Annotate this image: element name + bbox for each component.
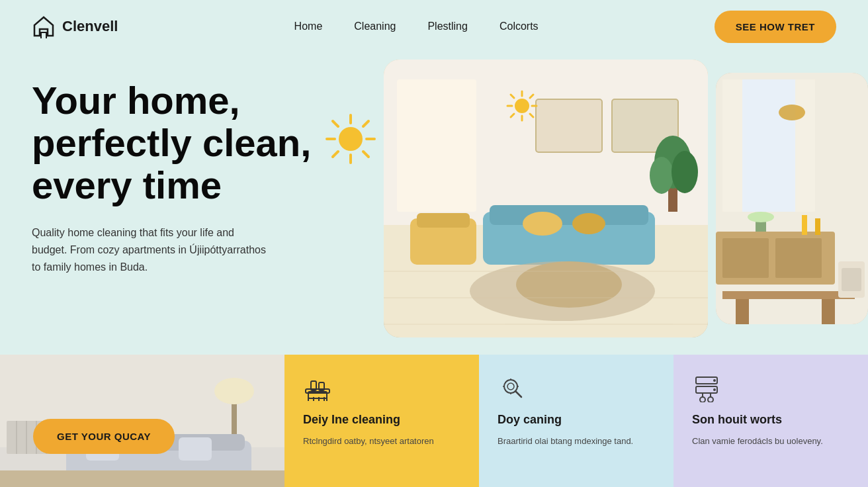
living-room-svg — [384, 60, 708, 337]
card-2-desc: Braartirid olai btang mdexinge tand. — [498, 435, 655, 448]
card-3-desc: Clan vamie ferodácls bu uoleveny. — [692, 435, 849, 448]
svg-line-15 — [530, 114, 533, 117]
svg-rect-20 — [397, 79, 476, 212]
card-2-title: Doy caning — [498, 413, 655, 427]
svg-rect-52 — [822, 299, 835, 324]
see-how-tret-button[interactable]: SEE HOW TRET — [715, 11, 836, 43]
svg-rect-51 — [736, 299, 749, 324]
svg-point-63 — [214, 378, 254, 404]
svg-rect-41 — [795, 79, 815, 212]
svg-line-6 — [363, 152, 369, 157]
svg-point-9 — [515, 99, 529, 113]
svg-line-14 — [511, 95, 514, 98]
navbar: Clenvell Home Cleaning Plestling Colcort… — [0, 0, 868, 53]
svg-rect-46 — [802, 215, 807, 235]
hero-main-image — [384, 60, 708, 337]
svg-line-5 — [333, 121, 338, 126]
svg-line-79 — [515, 391, 521, 397]
svg-line-17 — [511, 114, 514, 117]
svg-point-80 — [507, 383, 514, 390]
svg-rect-47 — [815, 218, 820, 235]
nav-colcorts[interactable]: Colcorts — [499, 21, 539, 32]
nav-links: Home Cleaning Plestling Colcorts — [294, 21, 539, 32]
logo-icon — [32, 15, 56, 38]
service-cards: Deiy Ine cleaning Rtclngdird oatby, ntsy… — [284, 355, 868, 487]
nav-cleaning[interactable]: Cleaning — [354, 21, 396, 32]
hero-subtitle: Quality home cleaning that fits your lif… — [32, 224, 270, 275]
service-card-short-works: Son houit worts Clan vamie ferodácls bu … — [673, 355, 868, 487]
service-card-deep-clean: Deiy Ine cleaning Rtclngdird oatby, ntsy… — [284, 355, 479, 487]
sun-decoration-small — [505, 89, 539, 122]
logo-text: Clenvell — [62, 18, 118, 35]
svg-point-90 — [708, 397, 713, 402]
search-gear-icon — [498, 373, 527, 402]
svg-rect-68 — [0, 470, 284, 487]
svg-line-7 — [363, 121, 369, 126]
svg-rect-26 — [417, 213, 470, 228]
svg-rect-67 — [179, 437, 212, 461]
nav-home[interactable]: Home — [294, 21, 323, 32]
card-1-title: Deiy Ine cleaning — [303, 413, 460, 427]
bottom-section: GET YOUR QUCAY Deiy Ine cleaning Rtclngd… — [0, 355, 868, 487]
card-1-desc: Rtclngdird oatby, ntsyeet artatoren — [303, 435, 460, 448]
svg-point-33 — [672, 151, 698, 193]
svg-line-8 — [333, 152, 338, 157]
svg-line-16 — [530, 95, 533, 98]
get-quote-button[interactable]: GET YOUR QUCAY — [33, 419, 175, 454]
hero-section: Your home, perfectly clean, every time Q… — [0, 53, 868, 355]
svg-rect-40 — [722, 79, 742, 212]
svg-point-49 — [748, 212, 774, 222]
svg-point-34 — [470, 261, 655, 321]
svg-rect-45 — [775, 238, 822, 278]
svg-point-42 — [779, 105, 805, 120]
svg-rect-54 — [842, 268, 861, 291]
svg-point-32 — [650, 157, 673, 194]
hero-secondary-image — [716, 73, 868, 324]
hero-left: Your home, perfectly clean, every time Q… — [32, 53, 349, 275]
svg-rect-24 — [490, 205, 648, 225]
service-card-day-clean: Doy caning Braartirid olai btang mdexing… — [479, 355, 673, 487]
dining-room-svg — [716, 73, 868, 324]
server-icon — [692, 373, 721, 402]
svg-point-89 — [700, 397, 705, 402]
svg-point-87 — [713, 379, 716, 382]
svg-point-27 — [523, 212, 562, 236]
hero-title: Your home, perfectly clean, every time — [32, 79, 349, 206]
sun-decoration-large — [324, 112, 377, 165]
svg-rect-50 — [722, 291, 855, 299]
bottom-image: GET YOUR QUCAY — [0, 355, 284, 487]
hero-images — [384, 60, 868, 337]
svg-point-0 — [339, 127, 363, 151]
nav-plestling[interactable]: Plestling — [427, 21, 467, 32]
logo: Clenvell — [32, 15, 118, 38]
card-3-title: Son houit worts — [692, 413, 849, 427]
svg-point-88 — [713, 388, 716, 391]
svg-rect-44 — [722, 238, 769, 278]
svg-rect-21 — [536, 99, 602, 152]
svg-point-28 — [572, 213, 605, 234]
broom-icon — [303, 373, 332, 402]
